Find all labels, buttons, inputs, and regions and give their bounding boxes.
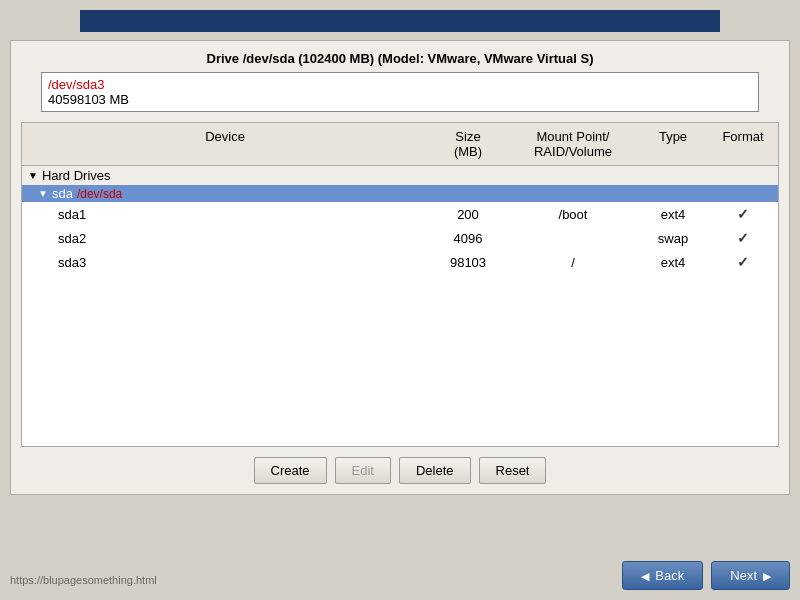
- next-button[interactable]: Next: [711, 561, 790, 590]
- part-type: swap: [638, 229, 708, 248]
- tree-area: ▼ Hard Drives ▼ sda /dev/sda sda1 200 /b: [22, 166, 778, 446]
- drive-path-line1: /dev/sda3: [48, 77, 752, 92]
- top-progress-bar: [80, 10, 720, 32]
- bottom-nav: Back Next: [622, 561, 790, 590]
- device-name: sda: [52, 186, 73, 201]
- col-device: Device: [22, 125, 428, 163]
- part-format: ✓: [708, 204, 778, 224]
- drive-info-title: Drive /dev/sda (102400 MB) (Model: VMwar…: [21, 51, 779, 66]
- part-name: sda1: [22, 205, 428, 224]
- group-label: Hard Drives: [42, 168, 111, 183]
- sda-device-row[interactable]: ▼ sda /dev/sda: [22, 185, 778, 202]
- sda-device-inner: ▼ sda /dev/sda: [22, 186, 428, 201]
- back-button[interactable]: Back: [622, 561, 703, 590]
- device-arrow-icon: ▼: [38, 188, 48, 199]
- next-arrow-icon: [763, 568, 771, 583]
- delete-button[interactable]: Delete: [399, 457, 471, 484]
- table-row[interactable]: sda3 98103 / ext4 ✓: [22, 250, 778, 274]
- part-format: ✓: [708, 252, 778, 272]
- device-sub-label: /dev/sda: [77, 187, 122, 201]
- back-label: Back: [655, 568, 684, 583]
- part-mount: /boot: [508, 205, 638, 224]
- col-format: Format: [708, 125, 778, 163]
- col-size: Size(MB): [428, 125, 508, 163]
- reset-button[interactable]: Reset: [479, 457, 547, 484]
- table-row[interactable]: sda2 4096 swap ✓: [22, 226, 778, 250]
- part-format: ✓: [708, 228, 778, 248]
- next-label: Next: [730, 568, 757, 583]
- table-row[interactable]: sda1 200 /boot ext4 ✓: [22, 202, 778, 226]
- hard-drives-group[interactable]: ▼ Hard Drives: [22, 166, 778, 185]
- part-type: ext4: [638, 253, 708, 272]
- drive-info-box: /dev/sda3 40598103 MB: [41, 72, 759, 112]
- action-buttons: Create Edit Delete Reset: [21, 457, 779, 484]
- part-mount: [508, 236, 638, 240]
- part-mount: /: [508, 253, 638, 272]
- table-header: Device Size(MB) Mount Point/RAID/Volume …: [22, 123, 778, 166]
- edit-button[interactable]: Edit: [335, 457, 391, 484]
- col-mount: Mount Point/RAID/Volume: [508, 125, 638, 163]
- create-button[interactable]: Create: [254, 457, 327, 484]
- part-size: 98103: [428, 253, 508, 272]
- part-size: 4096: [428, 229, 508, 248]
- partition-table: Device Size(MB) Mount Point/RAID/Volume …: [21, 122, 779, 447]
- group-arrow-icon: ▼: [28, 170, 38, 181]
- main-panel: Drive /dev/sda (102400 MB) (Model: VMwar…: [10, 40, 790, 495]
- part-name: sda3: [22, 253, 428, 272]
- part-size: 200: [428, 205, 508, 224]
- back-arrow-icon: [641, 568, 649, 583]
- drive-size-line2: 40598103 MB: [48, 92, 752, 107]
- col-type: Type: [638, 125, 708, 163]
- part-type: ext4: [638, 205, 708, 224]
- url-label: https://blupagesomething.html: [10, 574, 157, 586]
- part-name: sda2: [22, 229, 428, 248]
